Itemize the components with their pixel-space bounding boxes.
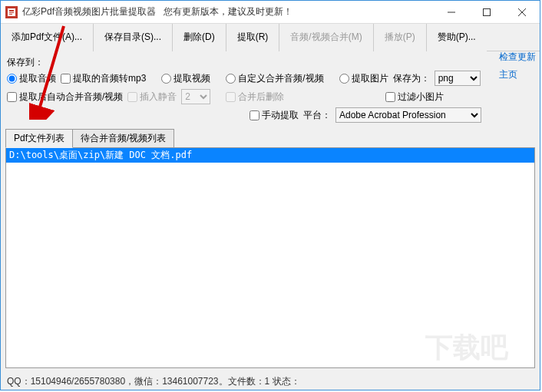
platform-select[interactable]: Adobe Acrobat Profession [335,107,481,123]
audio-to-mp3-checkbox[interactable]: 提取的音频转mp3 [61,72,146,85]
link-column: 检查更新 主页 [499,51,536,81]
window-title: 亿彩Pdf音频视频图片批量提取器 [22,5,156,18]
tab-merge-list[interactable]: 待合并音频/视频列表 [72,129,174,148]
app-icon [5,6,18,18]
maximize-button[interactable] [469,1,504,24]
merge-button[interactable]: 音频/视频合并(M) [279,24,373,51]
delete-button[interactable]: 删除(D) [173,24,226,51]
extract-video-radio[interactable]: 提取视频 [161,72,210,85]
platform-label: 平台： [303,109,331,122]
save-to-label: 保存到： [7,56,534,69]
extract-image-radio[interactable]: 提取图片 [339,72,388,85]
save-as-label: 保存为： [393,72,430,85]
sponsor-button[interactable]: 赞助(P)... [427,24,487,51]
play-button[interactable]: 播放(P) [374,24,427,51]
extract-audio-radio[interactable]: 提取音频 [7,72,56,85]
minimize-button[interactable] [434,1,469,24]
svg-rect-1 [484,8,491,15]
format-select[interactable]: png [435,71,481,86]
auto-merge-checkbox[interactable]: 提取后自动合并音频/视频 [7,91,123,104]
custom-merge-radio[interactable]: 自定义合并音频/视频 [226,72,323,85]
insert-silence-checkbox[interactable]: 插入静音 [127,91,177,104]
titlebar: 亿彩Pdf音频视频图片批量提取器 您有更新版本，建议及时更新！ [1,1,540,24]
list-item[interactable]: D:\tools\桌面\zip\新建 DOC 文档.pdf [6,148,534,163]
extract-button[interactable]: 提取(R) [226,24,280,51]
save-dir-button[interactable]: 保存目录(S)... [94,24,173,51]
tab-files[interactable]: Pdf文件列表 [5,129,73,148]
close-button[interactable] [504,1,540,24]
options-panel: 保存到： 提取音频 提取的音频转mp3 提取视频 自定义合并音频/视频 提取图片… [1,51,540,127]
app-window: 亿彩Pdf音频视频图片批量提取器 您有更新版本，建议及时更新！ 添加Pdf文件(… [0,0,540,390]
home-link[interactable]: 主页 [499,68,536,81]
delete-after-merge-checkbox[interactable]: 合并后删除 [226,91,284,104]
status-bar: QQ：15104946/2655780380，微信：13461007723。文件… [1,373,540,390]
filter-small-checkbox[interactable]: 过滤小图片 [385,91,444,104]
toolbar: 添加Pdf文件(A)... 保存目录(S)... 删除(D) 提取(R) 音频/… [1,24,540,51]
check-update-link[interactable]: 检查更新 [499,51,536,64]
add-pdf-button[interactable]: 添加Pdf文件(A)... [1,24,94,51]
file-list[interactable]: D:\tools\桌面\zip\新建 DOC 文档.pdf [5,147,535,368]
manual-extract-checkbox[interactable]: 手动提取 [250,109,299,122]
tabs: Pdf文件列表 待合并音频/视频列表 [1,129,540,148]
silence-select[interactable]: 2 [181,89,210,104]
window-subtitle: 您有更新版本，建议及时更新！ [164,5,292,18]
